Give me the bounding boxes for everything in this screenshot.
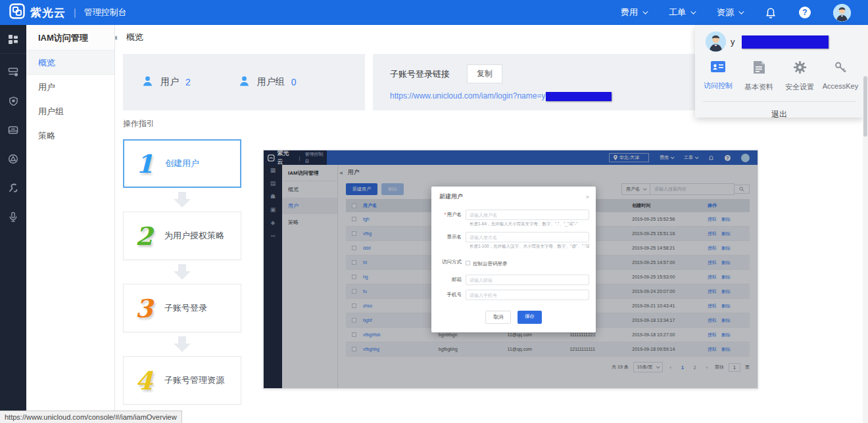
mini-cancel-button: 取消 [485, 311, 511, 324]
notification-bell-icon[interactable] [765, 7, 777, 18]
top-nav: 费用 工单 资源 ? [621, 4, 868, 22]
panel-tab-security-label: 安全设置 [785, 82, 814, 92]
document-icon [753, 61, 765, 76]
help-icon[interactable]: ? [799, 7, 811, 18]
panel-tab-accesskey[interactable]: AccessKey [820, 58, 861, 92]
sidebar-item-policies[interactable]: 策略 [26, 123, 114, 148]
top-bar: 紫光云 | 管理控制台 费用 工单 资源 ? [0, 0, 868, 25]
chevron-down-icon [690, 9, 696, 14]
panel-tab-security[interactable]: 安全设置 [779, 58, 820, 92]
stat-user-groups-label: 用户组 [257, 76, 285, 88]
user-group-icon [238, 75, 251, 90]
nav-ticket[interactable]: 工单 [669, 7, 694, 18]
step-1-label: 创建用户 [165, 158, 199, 169]
brand[interactable]: 紫光云 | 管理控制台 [0, 3, 127, 22]
guide-step-3[interactable]: 3 子账号登录 [123, 284, 241, 332]
mini-username-label: *用户名 [431, 212, 466, 218]
mini-save-button: 保存 [518, 311, 542, 324]
logout-button[interactable]: 退出 [695, 102, 863, 120]
login-link-url: https://www.unicloud.com/iam/login?name=… [390, 91, 545, 100]
guide-step-1[interactable]: 1 创建用户 [123, 139, 241, 188]
arrow-down-icon [174, 264, 191, 280]
mini-username-input [466, 210, 589, 220]
status-url: https://www.unicloud.com/console/#/iam/i… [5, 413, 177, 421]
mini-access-label: 访问方式 [431, 259, 466, 265]
copy-button[interactable]: 复制 [467, 64, 502, 83]
nav-billing[interactable]: 费用 [621, 7, 646, 18]
network-globe-icon[interactable] [0, 145, 26, 173]
mini-create-user-dialog: 新建用户 × *用户名 长度1-64，允许输入大小写英文字母、数字、"."、"_… [431, 187, 596, 332]
nav-resource-label: 资源 [717, 7, 734, 18]
mini-display-input [466, 232, 589, 242]
browser-status-bar: https://www.unicloud.com/console/#/iam/i… [0, 411, 182, 423]
redaction-block [742, 35, 829, 49]
step-3-number: 3 [124, 294, 164, 323]
page-title: 概览 [126, 32, 143, 43]
security-shield-icon[interactable] [0, 87, 26, 116]
step-3-label: 子账号登录 [164, 302, 207, 314]
mini-email-input [466, 275, 589, 285]
stat-user-groups[interactable]: 用户组 0 [238, 75, 297, 90]
service-curve-icon[interactable] [0, 173, 26, 202]
gear-icon [794, 61, 806, 76]
user-avatar[interactable] [833, 4, 851, 22]
chevron-down-icon [738, 9, 744, 14]
icon-sidebar [0, 25, 26, 423]
guide-screenshot: 紫光云 | 管理控制台 华北-天津 费用 工单 ? [263, 150, 758, 389]
console-label: 管理控制台 [84, 7, 127, 18]
stat-users-label: 用户 [160, 76, 179, 88]
panel-tab-access-control[interactable]: 访问控制 [698, 58, 738, 92]
page-scrollbar[interactable] [863, 25, 868, 423]
user-icon [141, 75, 154, 90]
stat-user-groups-value: 0 [291, 77, 297, 87]
mini-display-hint: 长度1-100，允许输入汉字、大小写英文字母、数字、"@"、"."或"-" [470, 244, 589, 250]
panel-avatar [706, 32, 726, 52]
arrow-down-icon [174, 336, 191, 352]
mini-phone-input [466, 290, 589, 300]
mini-phone-label: 手机号 [431, 292, 466, 298]
mini-dialog-title: 新建用户 [439, 192, 463, 201]
panel-tab-basic-label: 基本资料 [744, 82, 773, 92]
sidebar-item-users[interactable]: 用户 [26, 75, 114, 99]
guide-title: 操作指引 [123, 118, 155, 129]
id-card-icon [711, 61, 725, 75]
brand-name: 紫光云 [30, 5, 66, 20]
panel-tabs: 访问控制 基本资料 安全设置 AccessKey [695, 55, 863, 92]
secondary-sidebar: IAM访问管理 概览 用户 用户组 策略 [26, 25, 115, 423]
nav-billing-label: 费用 [621, 7, 638, 18]
guide-step-2[interactable]: 2 为用户授权策略 [123, 212, 241, 260]
panel-tab-basic-info[interactable]: 基本资料 [738, 58, 779, 92]
step-4-label: 子账号管理资源 [164, 374, 224, 386]
products-grid-icon[interactable] [0, 25, 26, 54]
guide-step-4[interactable]: 4 子账号管理资源 [123, 356, 241, 405]
panel-tab-accesskey-label: AccessKey [823, 82, 858, 90]
key-icon [834, 61, 847, 76]
stats-card: 用户 2 用户组 0 [123, 54, 365, 110]
secondary-sidebar-title: IAM访问管理 [26, 25, 114, 51]
login-link-label: 子账号登录链接 [390, 68, 450, 80]
scrollbar-thumb[interactable] [863, 76, 867, 137]
nav-resource[interactable]: 资源 [717, 7, 742, 18]
mini-email-label: 邮箱 [431, 277, 466, 283]
compute-stack-icon[interactable] [0, 58, 26, 87]
panel-username: y [731, 37, 735, 47]
microphone-icon[interactable] [0, 202, 26, 231]
stat-users-value: 2 [185, 77, 191, 87]
step-4-number: 4 [124, 366, 164, 395]
user-dropdown-panel: y 访问控制 基本资料 安全设置 AccessKey [695, 25, 863, 118]
stat-users[interactable]: 用户 2 [141, 75, 191, 90]
panel-tab-access-label: 访问控制 [704, 81, 733, 91]
step-1-number: 1 [124, 149, 165, 179]
chevron-down-icon [642, 9, 648, 14]
arrow-down-icon [174, 192, 191, 208]
sidebar-item-overview[interactable]: 概览 [26, 51, 114, 75]
panel-user-row: y [695, 25, 863, 55]
step-2-number: 2 [124, 221, 164, 251]
nav-ticket-label: 工单 [669, 7, 686, 18]
redaction-block [546, 92, 612, 101]
unicloud-logo-icon [9, 3, 25, 22]
storage-icon[interactable] [0, 116, 26, 145]
mini-access-checkbox-label: 控制台密码登录 [473, 261, 508, 267]
sidebar-item-user-groups[interactable]: 用户组 [26, 99, 114, 123]
mini-close-icon: × [586, 194, 589, 200]
